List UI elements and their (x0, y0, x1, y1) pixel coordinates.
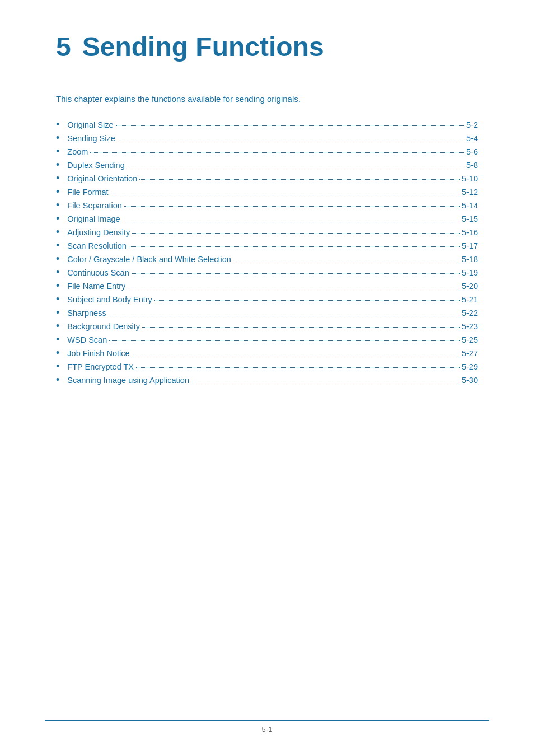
toc-entry-label: Job Finish Notice (67, 349, 129, 358)
toc-item[interactable]: •Color / Grayscale / Black and White Sel… (56, 254, 478, 264)
toc-link[interactable]: Job Finish Notice5-27 (67, 349, 478, 358)
toc-item[interactable]: •Continuous Scan5-19 (56, 267, 478, 277)
toc-entry-label: Sharpness (67, 309, 106, 318)
bullet-icon: • (56, 173, 59, 183)
toc-entry-label: Background Density (67, 322, 140, 331)
bullet-icon: • (56, 321, 59, 331)
toc-link[interactable]: Original Size5-2 (67, 120, 478, 129)
toc-item[interactable]: •File Format5-12 (56, 186, 478, 197)
toc-item[interactable]: •Zoom5-6 (56, 146, 478, 156)
bullet-icon: • (56, 119, 59, 129)
toc-entry-label: Subject and Body Entry (67, 295, 152, 304)
bullet-icon: • (56, 160, 59, 170)
toc-item[interactable]: •Original Size5-2 (56, 119, 478, 129)
toc-entry-page: 5-15 (462, 214, 478, 223)
toc-entry-page: 5-23 (462, 322, 478, 331)
intro-text: This chapter explains the functions avai… (56, 94, 478, 104)
toc-link[interactable]: Original Orientation5-10 (67, 174, 478, 183)
toc-entry-label: Scanning Image using Application (67, 376, 189, 385)
toc-entry-label: Original Size (67, 120, 113, 129)
toc-dots (233, 260, 460, 260)
toc-item[interactable]: •Scan Resolution5-17 (56, 240, 478, 250)
bullet-icon: • (56, 186, 59, 197)
bullet-icon: • (56, 348, 59, 358)
bullet-icon: • (56, 334, 59, 344)
toc-link[interactable]: WSD Scan5-25 (67, 335, 478, 344)
toc-dots (132, 233, 460, 234)
toc-dots (139, 179, 460, 180)
toc-link[interactable]: Continuous Scan5-19 (67, 268, 478, 277)
toc-entry-label: File Separation (67, 201, 122, 210)
bullet-icon: • (56, 294, 59, 304)
toc-entry-page: 5-20 (462, 282, 478, 291)
toc-entry-label: Adjusting Density (67, 228, 130, 237)
toc-dots (136, 367, 460, 368)
toc-link[interactable]: Scan Resolution5-17 (67, 241, 478, 250)
toc-entry-page: 5-22 (462, 309, 478, 318)
toc-link[interactable]: Zoom5-6 (67, 147, 478, 156)
toc-link[interactable]: File Separation5-14 (67, 201, 478, 210)
toc-entry-page: 5-2 (466, 120, 478, 129)
toc-list: •Original Size5-2•Sending Size5-4•Zoom5-… (56, 119, 478, 385)
toc-item[interactable]: •File Separation5-14 (56, 200, 478, 210)
toc-dots (123, 220, 460, 220)
toc-entry-label: File Name Entry (67, 282, 125, 291)
toc-dots (127, 166, 464, 166)
bullet-icon: • (56, 213, 59, 223)
toc-item[interactable]: •Background Density5-23 (56, 321, 478, 331)
toc-item[interactable]: •FTP Encrypted TX5-29 (56, 361, 478, 371)
footer-page-number: 5-1 (262, 725, 273, 734)
toc-item[interactable]: •Original Image5-15 (56, 213, 478, 223)
toc-dots (124, 206, 460, 207)
toc-dots (132, 273, 460, 274)
toc-link[interactable]: Scanning Image using Application5-30 (67, 376, 478, 385)
footer: 5-1 (0, 720, 534, 734)
toc-link[interactable]: File Format5-12 (67, 188, 478, 197)
toc-link[interactable]: FTP Encrypted TX5-29 (67, 362, 478, 371)
toc-item[interactable]: •File Name Entry5-20 (56, 281, 478, 291)
bullet-icon: • (56, 267, 59, 277)
toc-item[interactable]: •Job Finish Notice5-27 (56, 348, 478, 358)
toc-item[interactable]: •Duplex Sending5-8 (56, 160, 478, 170)
toc-entry-page: 5-10 (462, 174, 478, 183)
toc-dots (109, 314, 460, 314)
toc-dots (90, 152, 464, 153)
toc-entry-label: Color / Grayscale / Black and White Sele… (67, 255, 231, 264)
toc-entry-page: 5-16 (462, 228, 478, 237)
toc-entry-page: 5-12 (462, 188, 478, 197)
toc-item[interactable]: •Sharpness5-22 (56, 307, 478, 318)
toc-entry-label: WSD Scan (67, 335, 107, 344)
bullet-icon: • (56, 146, 59, 156)
bullet-icon: • (56, 240, 59, 250)
toc-dots (129, 246, 460, 247)
toc-entry-page: 5-4 (466, 134, 478, 143)
toc-entry-page: 5-29 (462, 362, 478, 371)
toc-entry-page: 5-6 (466, 147, 478, 156)
toc-dots (118, 139, 464, 139)
toc-item[interactable]: •Original Orientation5-10 (56, 173, 478, 183)
bullet-icon: • (56, 361, 59, 371)
toc-link[interactable]: Sending Size5-4 (67, 134, 478, 143)
toc-link[interactable]: Subject and Body Entry5-21 (67, 295, 478, 304)
page: 5 Sending Functions This chapter explain… (0, 0, 534, 756)
toc-item[interactable]: •Sending Size5-4 (56, 133, 478, 143)
toc-item[interactable]: •Scanning Image using Application5-30 (56, 375, 478, 385)
bullet-icon: • (56, 375, 59, 385)
toc-entry-page: 5-27 (462, 349, 478, 358)
toc-entry-label: Zoom (67, 147, 88, 156)
toc-item[interactable]: •WSD Scan5-25 (56, 334, 478, 344)
toc-link[interactable]: Color / Grayscale / Black and White Sele… (67, 255, 478, 264)
toc-item[interactable]: •Adjusting Density5-16 (56, 227, 478, 237)
footer-line (45, 720, 489, 721)
toc-entry-page: 5-19 (462, 268, 478, 277)
toc-dots (142, 327, 460, 328)
toc-item[interactable]: •Subject and Body Entry5-21 (56, 294, 478, 304)
toc-link[interactable]: Adjusting Density5-16 (67, 228, 478, 237)
toc-link[interactable]: File Name Entry5-20 (67, 282, 478, 291)
toc-link[interactable]: Duplex Sending5-8 (67, 161, 478, 170)
toc-link[interactable]: Original Image5-15 (67, 214, 478, 223)
chapter-title: Sending Functions (82, 34, 324, 60)
toc-link[interactable]: Sharpness5-22 (67, 309, 478, 318)
toc-link[interactable]: Background Density5-23 (67, 322, 478, 331)
toc-entry-page: 5-21 (462, 295, 478, 304)
